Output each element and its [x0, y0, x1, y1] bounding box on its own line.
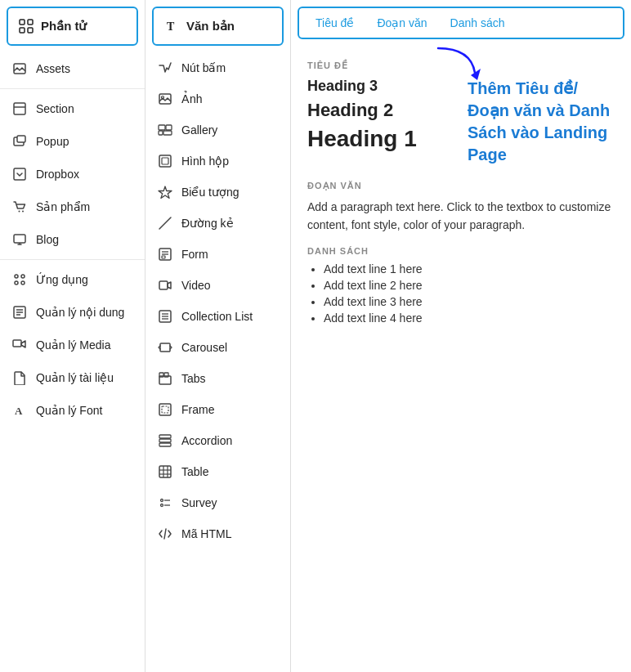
- grid-icon: [18, 18, 34, 34]
- sidebar-item-section[interactable]: Section: [0, 92, 145, 125]
- doc-icon: [11, 370, 28, 386]
- monitor-icon: [11, 231, 28, 248]
- panel-content: TIÊU ĐỀ Heading 3 Heading 2 Heading 1 Th…: [291, 46, 631, 344]
- svg-rect-38: [162, 256, 165, 258]
- heading2: Heading 2: [307, 100, 417, 121]
- svg-rect-31: [163, 131, 172, 135]
- mid-item-video[interactable]: Video: [145, 270, 290, 301]
- svg-rect-50: [159, 435, 171, 438]
- sidebar-mid: T Văn bản Nút bấm Ảnh: [145, 0, 291, 672]
- content-icon: [11, 304, 28, 320]
- mid-item-duongke[interactable]: Đường kẻ: [145, 208, 290, 239]
- mid-item-survey-label: Survey: [181, 496, 217, 509]
- svg-rect-0: [20, 20, 25, 25]
- mid-item-carousel-label: Carousel: [181, 341, 227, 354]
- sidebar-item-blog[interactable]: Blog: [0, 223, 145, 256]
- sidebar-item-sanpham-label: Sản phẩm: [36, 200, 90, 213]
- mid-item-duongke-label: Đường kẻ: [181, 217, 234, 230]
- divider-1: [0, 88, 145, 89]
- list-item-2: Add text line 2 here: [324, 279, 615, 292]
- sidebar-item-ungdung[interactable]: Ứng dụng: [0, 263, 145, 296]
- dropbox-icon: [11, 166, 28, 182]
- sidebar-item-quanlytailieu[interactable]: Quản lý tài liệu: [0, 361, 145, 394]
- heading1: Heading 1: [307, 126, 417, 152]
- panel-tabs: Tiêu đề Đoạn văn Danh sách: [298, 7, 624, 39]
- sidebar-item-dropbox-label: Dropbox: [36, 168, 79, 181]
- svg-text:T: T: [167, 20, 175, 33]
- svg-rect-32: [159, 155, 171, 167]
- svg-rect-52: [159, 443, 171, 446]
- headings-col: Heading 3 Heading 2 Heading 1: [307, 78, 417, 160]
- tab-danhsach[interactable]: Danh sách: [439, 11, 517, 34]
- sidebar-left-top-item[interactable]: Phần tử: [7, 7, 138, 46]
- heading3: Heading 3: [307, 78, 417, 95]
- mid-item-hinhho-label: Hình hộp: [181, 155, 229, 168]
- svg-point-17: [15, 281, 18, 284]
- sidebar-mid-top-label: Văn bản: [186, 19, 235, 34]
- tabs-icon: [157, 370, 173, 387]
- mid-item-video-label: Video: [181, 279, 211, 292]
- mid-item-collectionlist[interactable]: Collection List: [145, 301, 290, 332]
- gallery-icon: [157, 122, 173, 138]
- svg-marker-63: [471, 69, 481, 80]
- mid-item-bieutung[interactable]: Biểu tượng: [145, 177, 290, 208]
- svg-text:A: A: [15, 405, 23, 417]
- tab-tieude[interactable]: Tiêu đề: [304, 11, 365, 34]
- divider-2: [0, 259, 145, 260]
- sidebar-item-ungdung-label: Ứng dụng: [36, 273, 88, 286]
- mid-item-frame-label: Frame: [181, 403, 214, 416]
- media-icon: [11, 337, 28, 353]
- mid-item-accordion[interactable]: Accordion: [145, 425, 290, 456]
- mid-item-anh[interactable]: Ảnh: [145, 83, 290, 114]
- sidebar-item-section-label: Section: [36, 102, 74, 115]
- form-icon: [157, 246, 173, 262]
- svg-line-34: [159, 217, 171, 229]
- table-icon: [157, 464, 173, 480]
- svg-rect-5: [14, 103, 25, 114]
- svg-point-10: [19, 211, 20, 213]
- sidebar-left-top-label: Phần tử: [41, 19, 87, 34]
- mid-item-survey[interactable]: Survey: [145, 487, 290, 518]
- svg-rect-28: [159, 125, 165, 130]
- code-icon: [157, 526, 173, 542]
- section-label-doanvan: ĐOẠN VĂN: [307, 181, 615, 191]
- callout-text: Thêm Tiêu đề/ Đoạn văn và Danh Sách vào …: [468, 78, 615, 166]
- mid-item-bieutung-label: Biểu tượng: [181, 186, 239, 199]
- image-icon: [11, 60, 28, 77]
- survey-icon: [157, 495, 173, 511]
- popup-icon: [11, 133, 28, 150]
- sidebar-item-sanpham[interactable]: Sản phẩm: [0, 190, 145, 223]
- list-item-4: Add text line 4 here: [324, 311, 615, 325]
- mid-item-mahtml[interactable]: Mã HTML: [145, 518, 290, 549]
- sidebar-item-assets[interactable]: Assets: [0, 52, 145, 85]
- svg-rect-53: [159, 466, 171, 477]
- mid-item-hinhho[interactable]: Hình hộp: [145, 146, 290, 177]
- sidebar-item-popup[interactable]: Popup: [0, 125, 145, 158]
- svg-point-18: [21, 281, 25, 284]
- arrow-annotation-svg: [430, 44, 487, 85]
- svg-rect-51: [159, 439, 171, 442]
- sidebar-item-quanlyfont[interactable]: A Quản lý Font: [0, 394, 145, 427]
- sidebar-mid-top-item[interactable]: T Văn bản: [152, 7, 284, 46]
- svg-rect-33: [162, 158, 168, 164]
- mid-item-carousel[interactable]: Carousel: [145, 332, 290, 363]
- svg-point-11: [22, 211, 24, 213]
- sidebar-item-quanlynoidung[interactable]: Quản lý nội dung: [0, 296, 145, 329]
- mid-item-nutbam[interactable]: Nút bấm: [145, 52, 290, 83]
- tab-doanvan[interactable]: Đoạn văn: [365, 11, 438, 34]
- sidebar-item-quanlymedia[interactable]: Quản lý Media: [0, 329, 145, 361]
- svg-rect-39: [159, 281, 168, 289]
- sidebar-item-blog-label: Blog: [36, 233, 59, 246]
- mid-item-tabs[interactable]: Tabs: [145, 363, 290, 394]
- svg-rect-9: [14, 168, 25, 180]
- mid-item-frame[interactable]: Frame: [145, 394, 290, 425]
- sidebar-item-quanlymedia-label: Quản lý Media: [36, 338, 110, 352]
- line-icon: [157, 215, 173, 231]
- mid-item-table[interactable]: Table: [145, 456, 290, 487]
- sidebar-item-dropbox[interactable]: Dropbox: [0, 158, 145, 190]
- apps-icon: [11, 271, 28, 288]
- svg-point-16: [21, 275, 25, 278]
- mid-item-form[interactable]: Form: [145, 239, 290, 270]
- mid-item-gallery[interactable]: Gallery: [145, 114, 290, 146]
- sidebar-left: Phần tử Assets Section Popup: [0, 0, 145, 672]
